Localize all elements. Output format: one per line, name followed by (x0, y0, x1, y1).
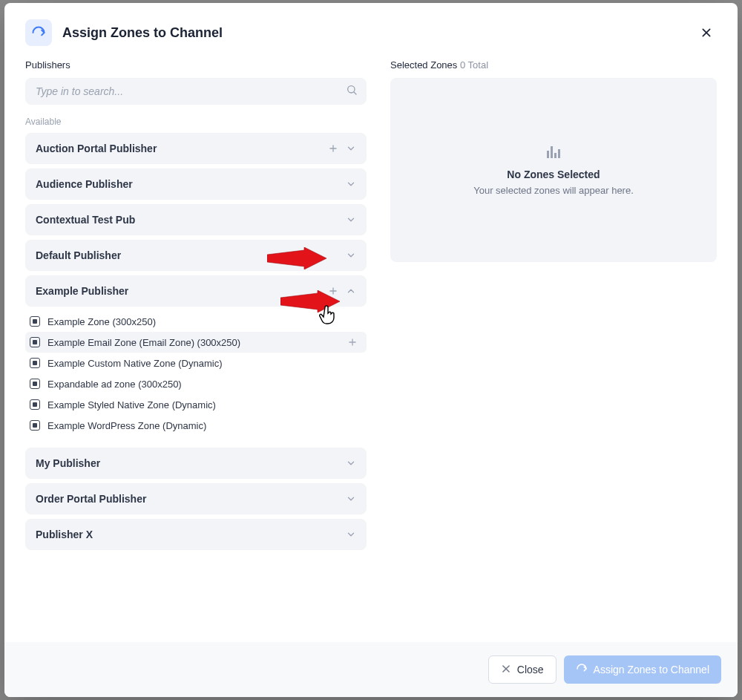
publisher-row-actions (328, 286, 356, 296)
zone-name: Example WordPress Zone (Dynamic) (47, 420, 206, 431)
empty-title: No Zones Selected (507, 169, 600, 180)
chevron-down-icon[interactable] (346, 215, 356, 225)
publisher-name: Auction Portal Publisher (36, 143, 157, 154)
publisher-row-actions (346, 215, 356, 225)
empty-subtitle: Your selected zones will appear here. (473, 185, 634, 196)
publishers-column: Publishers Available Auction Portal Publ… (25, 59, 367, 642)
empty-state-icon (547, 145, 560, 158)
publisher-row-actions (346, 250, 356, 261)
modal-footer: Close Assign Zones to Channel (4, 642, 738, 697)
search-wrap (25, 78, 367, 105)
zone-name: Example Custom Native Zone (Dynamic) (47, 358, 223, 369)
publisher-name: My Publisher (36, 457, 100, 469)
zone-row[interactable]: Example Custom Native Zone (Dynamic) (25, 353, 367, 373)
publisher-row[interactable]: Order Portal Publisher (25, 483, 367, 514)
close-button-label: Close (517, 664, 544, 676)
publisher-row[interactable]: Auction Portal Publisher (25, 133, 367, 164)
assign-icon (25, 19, 52, 46)
publisher-list: Auction Portal PublisherAudience Publish… (25, 133, 367, 550)
publisher-row[interactable]: Example Publisher (25, 275, 367, 307)
publisher-name: Audience Publisher (36, 178, 133, 190)
publisher-row[interactable]: Default Publisher (25, 240, 367, 271)
selected-zones-count: 0 Total (460, 59, 488, 71)
publisher-row[interactable]: My Publisher (25, 448, 367, 479)
zone-name: Example Email Zone (Email Zone) (300x250… (47, 337, 240, 348)
zone-name: Example Styled Native Zone (Dynamic) (47, 399, 216, 410)
selected-zones-column: Selected Zones 0 Total No Zones Selected… (390, 59, 717, 642)
selected-zones-empty: No Zones Selected Your selected zones wi… (390, 78, 717, 262)
modal-header: Assign Zones to Channel (4, 3, 738, 59)
selected-zones-label: Selected Zones 0 Total (390, 59, 717, 71)
zone-row[interactable]: Expandable ad zone (300x250) (25, 373, 367, 394)
publisher-row-actions (346, 179, 356, 189)
chevron-down-icon[interactable] (346, 458, 356, 468)
publisher-row-actions (346, 494, 356, 504)
publisher-row-actions (346, 458, 356, 468)
zone-name: Example Zone (300x250) (47, 316, 156, 327)
assign-button-label: Assign Zones to Channel (594, 664, 709, 676)
zone-name: Expandable ad zone (300x250) (47, 379, 182, 390)
publisher-name: Order Portal Publisher (36, 493, 146, 505)
publisher-name: Publisher X (36, 529, 93, 540)
zone-icon (30, 358, 40, 368)
publisher-row[interactable]: Contextual Test Pub (25, 204, 367, 235)
zone-row[interactable]: Example WordPress Zone (Dynamic) (25, 415, 367, 436)
zone-icon (30, 316, 40, 327)
chevron-down-icon[interactable] (346, 529, 356, 540)
zone-row[interactable]: Example Styled Native Zone (Dynamic) (25, 394, 367, 415)
publisher-row[interactable]: Publisher X (25, 519, 367, 550)
publishers-label: Publishers (25, 59, 367, 71)
zone-row[interactable]: Example Email Zone (Email Zone) (300x250… (25, 332, 367, 353)
zone-icon (30, 379, 40, 389)
publisher-name: Example Publisher (36, 285, 128, 297)
svg-line-3 (354, 92, 356, 94)
publisher-name: Default Publisher (36, 249, 121, 261)
assign-button[interactable]: Assign Zones to Channel (564, 655, 721, 684)
available-label: Available (25, 117, 367, 127)
plus-icon[interactable] (328, 286, 338, 296)
publisher-name: Contextual Test Pub (36, 214, 135, 226)
search-input[interactable] (25, 78, 367, 105)
chevron-up-icon[interactable] (346, 286, 356, 296)
zone-icon (30, 420, 40, 431)
plus-icon[interactable] (347, 337, 358, 347)
publisher-row[interactable]: Audience Publisher (25, 169, 367, 200)
plus-icon[interactable] (328, 143, 338, 154)
close-icon-small (501, 664, 511, 676)
assign-zones-modal: Assign Zones to Channel Publishers Avail… (4, 3, 738, 697)
selected-zones-label-text: Selected Zones (390, 59, 457, 71)
publisher-row-actions (346, 529, 356, 540)
zone-icon (30, 399, 40, 410)
chevron-down-icon[interactable] (346, 143, 356, 154)
assign-icon-small (576, 663, 588, 677)
close-button[interactable]: Close (488, 655, 556, 684)
chevron-down-icon[interactable] (346, 179, 356, 189)
zone-row-actions (347, 337, 358, 347)
publisher-row-actions (328, 143, 356, 154)
search-icon (346, 84, 358, 99)
chevron-down-icon[interactable] (346, 494, 356, 504)
chevron-down-icon[interactable] (346, 250, 356, 261)
close-icon[interactable] (696, 22, 717, 43)
zone-icon (30, 337, 40, 347)
zone-row[interactable]: Example Zone (300x250) (25, 311, 367, 332)
modal-body: Publishers Available Auction Portal Publ… (4, 59, 738, 642)
modal-title: Assign Zones to Channel (62, 25, 223, 41)
